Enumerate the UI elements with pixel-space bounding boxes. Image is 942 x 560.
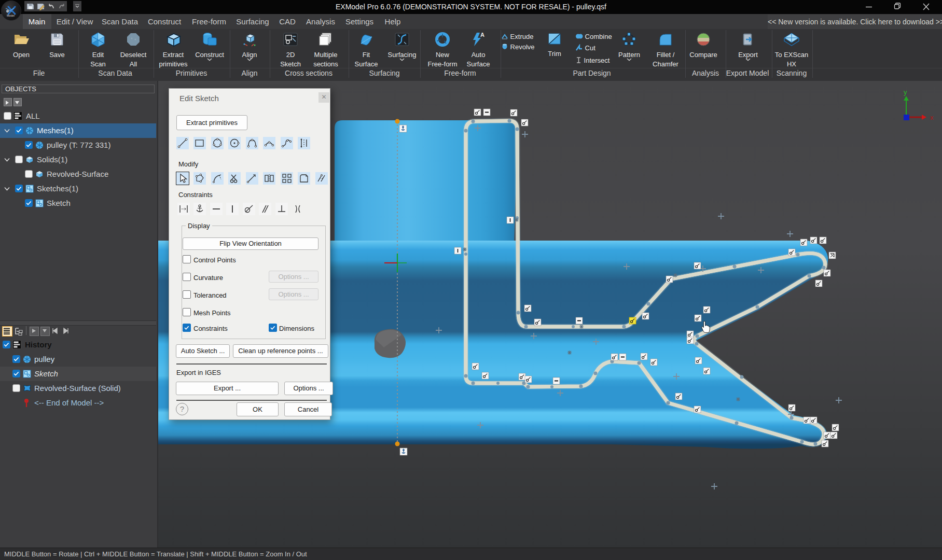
svg-text:x: x	[930, 114, 934, 121]
svg-text:y: y	[904, 88, 907, 96]
svg-text:e: e	[6, 8, 9, 13]
svg-text:Model: Model	[7, 14, 15, 17]
svg-text:A: A	[480, 32, 484, 38]
